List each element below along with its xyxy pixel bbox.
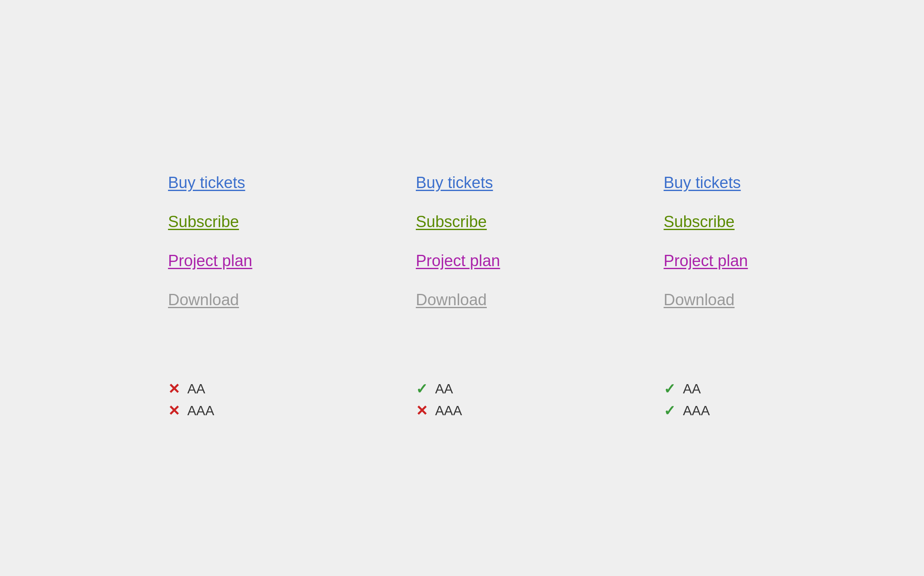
cross-icon-aaa-2: ✕ — [416, 402, 428, 419]
accessibility-row-aa-3: ✓AA — [664, 380, 756, 397]
link-text-project-plan-1: Project plan — [168, 252, 252, 270]
cross-icon-aaa-1: ✕ — [168, 402, 180, 419]
link-item-subscribe-2[interactable]: Subscribe — [416, 213, 508, 231]
link-text-subscribe-1: Subscribe — [168, 213, 239, 231]
link-text-download-1: Download — [168, 291, 239, 309]
accessibility-row-aaa-2: ✕AAA — [416, 402, 508, 419]
accessibility-label-aa-2: AA — [435, 381, 453, 397]
accessibility-row-aa-1: ✕AA — [168, 380, 260, 397]
link-item-download-3[interactable]: Download — [664, 291, 756, 309]
accessibility-label-aaa-2: AAA — [435, 403, 462, 419]
link-text-subscribe-2: Subscribe — [416, 213, 487, 231]
link-text-project-plan-2: Project plan — [416, 252, 500, 270]
link-text-download-2: Download — [416, 291, 487, 309]
main-container: Buy ticketsSubscribeProject planDownload… — [168, 157, 756, 419]
link-text-buy-tickets-3: Buy tickets — [664, 174, 741, 192]
accessibility-section-col2: ✓AA✕AAA — [416, 380, 508, 419]
check-icon-aaa-3: ✓ — [664, 402, 675, 419]
link-text-buy-tickets-2: Buy tickets — [416, 174, 493, 192]
accessibility-row-aaa-1: ✕AAA — [168, 402, 260, 419]
link-text-download-3: Download — [664, 291, 735, 309]
link-item-buy-tickets-2[interactable]: Buy tickets — [416, 174, 508, 192]
accessibility-label-aaa-1: AAA — [187, 403, 214, 419]
cross-icon-aa-1: ✕ — [168, 380, 180, 397]
link-item-project-plan-1[interactable]: Project plan — [168, 252, 260, 270]
accessibility-section-col3: ✓AA✓AAA — [664, 380, 756, 419]
accessibility-row-aaa-3: ✓AAA — [664, 402, 756, 419]
column-col3: Buy ticketsSubscribeProject planDownload… — [664, 174, 756, 419]
check-icon-aa-3: ✓ — [664, 380, 675, 397]
link-text-project-plan-3: Project plan — [664, 252, 748, 270]
accessibility-label-aaa-3: AAA — [683, 403, 710, 419]
link-item-project-plan-2[interactable]: Project plan — [416, 252, 508, 270]
link-item-subscribe-3[interactable]: Subscribe — [664, 213, 756, 231]
accessibility-section-col1: ✕AA✕AAA — [168, 380, 260, 419]
check-icon-aa-2: ✓ — [416, 380, 428, 397]
link-item-download-1[interactable]: Download — [168, 291, 260, 309]
column-col2: Buy ticketsSubscribeProject planDownload… — [416, 174, 508, 419]
accessibility-row-aa-2: ✓AA — [416, 380, 508, 397]
accessibility-label-aa-3: AA — [683, 381, 701, 397]
link-text-buy-tickets-1: Buy tickets — [168, 174, 245, 192]
link-item-subscribe-1[interactable]: Subscribe — [168, 213, 260, 231]
accessibility-label-aa-1: AA — [187, 381, 205, 397]
link-item-buy-tickets-1[interactable]: Buy tickets — [168, 174, 260, 192]
link-item-download-2[interactable]: Download — [416, 291, 508, 309]
link-item-buy-tickets-3[interactable]: Buy tickets — [664, 174, 756, 192]
column-col1: Buy ticketsSubscribeProject planDownload… — [168, 174, 260, 419]
link-item-project-plan-3[interactable]: Project plan — [664, 252, 756, 270]
link-text-subscribe-3: Subscribe — [664, 213, 735, 231]
